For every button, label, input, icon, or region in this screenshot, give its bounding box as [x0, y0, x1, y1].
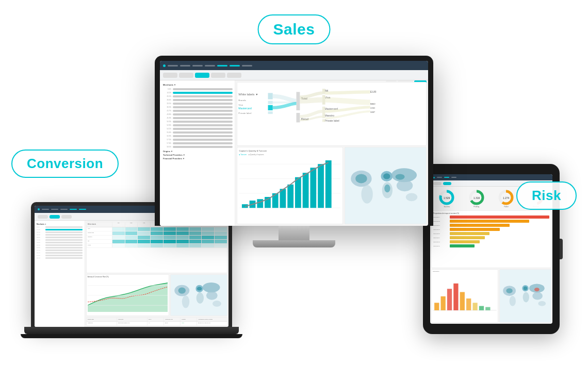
list-item: 14.1% — [161, 91, 234, 94]
tablet-power-button — [560, 239, 563, 259]
list-item: 52.6% — [161, 123, 234, 127]
toolbar-pill-3 — [211, 73, 225, 78]
svg-text:Mastercard: Mastercard — [238, 107, 252, 110]
svg-point-49 — [406, 193, 417, 202]
svg-rect-38 — [295, 177, 301, 208]
svg-point-48 — [397, 180, 413, 191]
svg-text:Brands: Brands — [238, 99, 246, 102]
svg-rect-15 — [322, 89, 325, 94]
laptop-table: White label Merchant GMV Approval rate G… — [86, 317, 227, 326]
svg-point-95 — [524, 286, 527, 290]
list-item: 54.1% — [161, 127, 234, 130]
svg-point-63 — [213, 301, 221, 307]
svg-text:GBP: GBP — [370, 111, 375, 113]
nav-processing — [180, 65, 190, 67]
list-item: 55.4% — [161, 130, 234, 134]
svg-rect-6 — [268, 101, 272, 104]
list-item: 36.0% — [161, 105, 234, 109]
svg-text:USD: USD — [370, 107, 375, 109]
svg-text:EUR: EUR — [370, 91, 376, 94]
svg-rect-12 — [296, 113, 300, 122]
list-item: 57.4% — [161, 141, 234, 145]
monitor-dashboard: Activity Contestation Turnover Merchants… — [160, 61, 428, 226]
monitor-sankey: White labels ▼ Brands Visa Mastercard Pr… — [237, 82, 427, 146]
laptop-bottom-row: Activity & Conversion Rate (%) — [86, 274, 227, 316]
tablet-bottom-row: Distribution — [431, 269, 551, 323]
svg-rect-80 — [440, 296, 445, 310]
monitor-screen: Activity Contestation Turnover Merchants… — [160, 61, 428, 226]
svg-point-52 — [396, 174, 405, 180]
monitor-base — [253, 240, 335, 247]
svg-rect-37 — [287, 185, 293, 208]
svg-rect-87 — [485, 307, 490, 310]
svg-rect-42 — [325, 160, 331, 208]
svg-rect-16 — [322, 95, 325, 104]
svg-text:Visa: Visa — [238, 104, 243, 106]
svg-rect-33 — [257, 199, 263, 208]
svg-text:1.274: 1.274 — [503, 196, 510, 200]
donut-3: 1.274 Failed — [498, 189, 514, 208]
svg-text:1.316: 1.316 — [473, 196, 480, 200]
svg-point-93 — [532, 292, 543, 300]
tablet-bar-section: Propositions de risque et montant (%) Me… — [431, 210, 551, 268]
list-item: 33.1% — [161, 102, 234, 105]
svg-text:1.529: 1.529 — [444, 196, 450, 200]
svg-point-97 — [534, 288, 540, 291]
list-item: 28.4% — [161, 98, 234, 102]
svg-rect-26 — [322, 119, 325, 122]
svg-point-62 — [206, 291, 218, 300]
risk-label: Risk — [516, 181, 577, 210]
nav-risk — [192, 65, 203, 67]
tablet-nav — [430, 174, 552, 180]
svg-rect-7 — [268, 105, 272, 110]
monitor-bottom-charts: Capture's Quantity & Turnover ■ Turnover… — [237, 147, 427, 224]
laptop-nav-dot — [38, 208, 40, 210]
svg-rect-25 — [322, 114, 325, 118]
laptop-area-chart: Activity & Conversion Rate (%) — [86, 274, 169, 316]
nav-dashboard — [230, 65, 240, 67]
svg-rect-5 — [268, 93, 272, 99]
tablet-histogram: Distribution — [431, 269, 498, 323]
svg-rect-36 — [280, 189, 286, 208]
svg-point-96 — [506, 288, 512, 293]
list-item: 8.4% — [161, 87, 234, 91]
svg-rect-19 — [322, 107, 325, 114]
donut-1: 1.529 Success — [438, 189, 455, 208]
svg-rect-41 — [318, 164, 324, 208]
svg-point-58 — [182, 295, 190, 308]
toolbar-pill-4 — [227, 73, 241, 78]
monitor-nav — [160, 61, 428, 70]
list-item: 41.7% — [161, 109, 234, 112]
svg-point-65 — [178, 287, 186, 293]
monitor-body-content: Merchants ▼ 8.4% 14.1% 20.1% — [160, 80, 428, 226]
svg-text:Private label: Private label — [238, 112, 251, 114]
svg-point-44 — [361, 185, 372, 204]
svg-rect-40 — [310, 168, 316, 208]
svg-text:Private label: Private label — [324, 120, 339, 123]
svg-text:White labels ▼: White labels ▼ — [238, 93, 258, 96]
monitor-device: Activity Contestation Turnover Merchants… — [155, 56, 433, 247]
svg-point-61 — [203, 283, 220, 292]
sales-label: Sales — [258, 14, 331, 44]
monitor-toolbar — [160, 70, 428, 80]
svg-rect-86 — [479, 306, 484, 310]
scene: Sales Conversion Risk — [0, 0, 588, 365]
toolbar-pill-active — [195, 73, 209, 78]
list-item: 45.9% — [161, 116, 234, 120]
list-item: 56.9% — [161, 134, 234, 138]
nav-statistics — [217, 65, 227, 67]
svg-rect-39 — [302, 173, 308, 208]
nav-settings — [242, 65, 252, 67]
svg-rect-81 — [447, 289, 452, 310]
svg-rect-85 — [472, 303, 477, 310]
laptop-base — [24, 327, 239, 334]
monitor-body: Activity Contestation Turnover Merchants… — [155, 56, 433, 226]
svg-point-60 — [197, 292, 204, 304]
monitor-sidebar: Merchants ▼ 8.4% 14.1% 20.1% — [160, 80, 235, 226]
laptop-bottom — [21, 334, 242, 338]
svg-rect-10 — [296, 92, 300, 110]
svg-point-50 — [383, 174, 390, 179]
svg-point-91 — [522, 292, 529, 303]
list-item: 20.1% — [161, 94, 234, 98]
svg-point-94 — [538, 301, 546, 306]
